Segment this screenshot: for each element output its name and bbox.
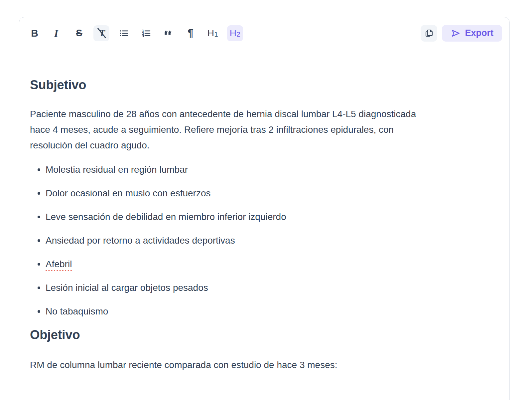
list-item: Leve sensación de debilidad en miembro i… bbox=[30, 209, 499, 225]
paragraph-button[interactable]: ¶ bbox=[183, 25, 199, 41]
list-item-text: Lesión inicial al cargar objetos pesados bbox=[46, 283, 208, 293]
paragraph-line: resolución del cuadro agudo. bbox=[30, 137, 499, 153]
bold-icon: B bbox=[31, 28, 38, 38]
bullet-list-icon bbox=[119, 28, 129, 38]
clear-formatting-icon: T bbox=[98, 28, 105, 38]
heading1-button[interactable]: H1 bbox=[205, 25, 221, 41]
list-item-text: Molestia residual en región lumbar bbox=[46, 164, 188, 175]
list-item: Afebril bbox=[30, 256, 499, 272]
copy-icon bbox=[425, 29, 434, 38]
heading1-icon: H1 bbox=[207, 29, 218, 38]
heading2-button[interactable]: H2 bbox=[227, 25, 243, 41]
blockquote-icon bbox=[163, 28, 173, 38]
strikethrough-button[interactable]: S bbox=[71, 25, 87, 41]
bold-button[interactable]: B bbox=[27, 25, 43, 41]
editor-toolbar: B I S T 1 2 3 bbox=[19, 17, 509, 49]
svg-text:3: 3 bbox=[142, 34, 144, 38]
list-item: Ansiedad por retorno a actividades depor… bbox=[30, 233, 499, 248]
strikethrough-icon: S bbox=[76, 28, 82, 38]
blockquote-button[interactable] bbox=[160, 25, 176, 41]
ordered-list-button[interactable]: 1 2 3 bbox=[138, 25, 154, 41]
export-button[interactable]: Export bbox=[442, 25, 502, 42]
paragraph-line: Paciente masculino de 28 años con antece… bbox=[30, 106, 499, 122]
list-item: Lesión inicial al cargar objetos pesados bbox=[30, 280, 499, 296]
paragraph-icon: ¶ bbox=[188, 28, 193, 38]
list-item: Dolor ocasional en muslo con esfuerzos bbox=[30, 185, 499, 201]
section-heading-objetivo: Objetivo bbox=[30, 327, 499, 342]
subjective-paragraph: Paciente masculino de 28 años con antece… bbox=[30, 106, 499, 153]
section-heading-subjetivo: Subjetivo bbox=[30, 77, 499, 93]
ordered-list-icon: 1 2 3 bbox=[141, 28, 151, 38]
paragraph-line: hace 4 meses, acude a seguimiento. Refie… bbox=[30, 122, 499, 137]
document-editor[interactable]: Subjetivo Paciente masculino de 28 años … bbox=[19, 77, 509, 373]
clear-formatting-button[interactable]: T bbox=[93, 25, 109, 41]
heading2-icon: H2 bbox=[230, 29, 240, 38]
bullet-list-button[interactable] bbox=[116, 25, 132, 41]
list-item-text: No tabaquismo bbox=[46, 306, 108, 316]
list-item-text-spellcheck: Afebril bbox=[46, 259, 72, 269]
list-item-text: Ansiedad por retorno a actividades depor… bbox=[46, 235, 235, 246]
toolbar-actions: Export bbox=[421, 25, 502, 42]
objective-paragraph: RM de columna lumbar reciente comparada … bbox=[30, 357, 499, 373]
list-item: No tabaquismo bbox=[30, 303, 499, 319]
copy-button[interactable] bbox=[421, 25, 437, 42]
list-item: Molestia residual en región lumbar bbox=[30, 162, 499, 177]
note-editor-card: B I S T 1 2 3 bbox=[19, 17, 510, 400]
list-item-text: Leve sensación de debilidad en miembro i… bbox=[46, 212, 286, 222]
export-button-label: Export bbox=[465, 28, 493, 38]
send-icon bbox=[451, 28, 461, 38]
italic-icon: I bbox=[54, 28, 60, 39]
italic-button[interactable]: I bbox=[49, 25, 65, 41]
list-item-text: Dolor ocasional en muslo con esfuerzos bbox=[46, 188, 210, 198]
subjective-bullet-list: Molestia residual en región lumbar Dolor… bbox=[30, 162, 499, 319]
